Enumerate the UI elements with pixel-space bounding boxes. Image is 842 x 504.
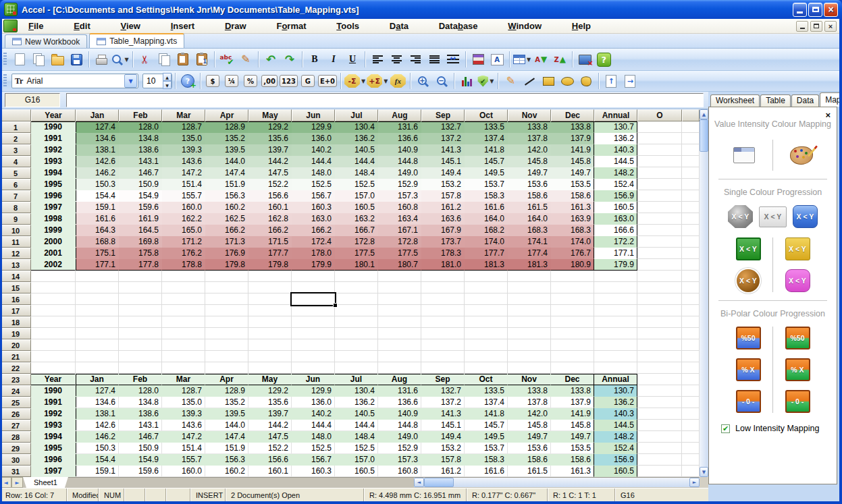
cell[interactable]: 177.1 <box>76 259 119 271</box>
cell[interactable]: 160.5 <box>335 466 378 477</box>
menu-edit[interactable]: Edit <box>70 20 95 32</box>
cell[interactable]: 176.7 <box>551 248 594 259</box>
cell[interactable]: 143.6 <box>162 420 205 431</box>
cell[interactable]: 136.6 <box>378 397 421 408</box>
workbook-tab-new-workbook[interactable]: New Workbook <box>5 34 87 48</box>
row-header[interactable]: 17 <box>0 305 31 316</box>
bipolar-button-orange-green[interactable]: %50 <box>785 327 810 349</box>
cell[interactable]: 167.1 <box>378 225 421 236</box>
cell[interactable] <box>594 305 637 316</box>
row-header[interactable]: 1 <box>0 121 31 133</box>
cell[interactable]: 156.3 <box>205 454 248 466</box>
cell[interactable] <box>551 293 594 305</box>
cell[interactable] <box>248 351 292 362</box>
cell[interactable]: 137.8 <box>508 133 551 144</box>
cell[interactable]: 163.2 <box>335 213 378 225</box>
cell[interactable]: 177.4 <box>508 248 551 259</box>
cell[interactable] <box>119 351 162 362</box>
cell-annual[interactable]: 152.4 <box>594 443 637 454</box>
cell[interactable] <box>378 351 421 362</box>
sort-ascending-button[interactable]: A▼ <box>532 51 550 68</box>
redo-button[interactable]: ↷ <box>281 51 298 68</box>
row-header[interactable]: 4 <box>0 156 31 167</box>
cell-year[interactable]: 1995 <box>31 179 76 190</box>
cell[interactable]: 136.6 <box>378 133 421 144</box>
cell[interactable]: 154.4 <box>76 454 119 466</box>
cell[interactable] <box>637 156 682 167</box>
cell[interactable]: 134.8 <box>119 133 162 144</box>
cell[interactable]: 145.1 <box>421 420 465 431</box>
cell[interactable] <box>637 351 682 362</box>
cell[interactable] <box>594 316 637 328</box>
fraction-format-button[interactable]: ¼ <box>223 72 240 90</box>
cell[interactable] <box>162 362 205 374</box>
cell[interactable]: 169.8 <box>119 236 162 248</box>
cell-year[interactable]: 2002 <box>31 259 76 271</box>
cell[interactable] <box>31 271 76 282</box>
underline-button[interactable]: U <box>344 51 361 68</box>
cell[interactable]: 134.6 <box>76 397 119 408</box>
row-header[interactable]: 27 <box>0 420 31 431</box>
cell[interactable] <box>292 271 335 282</box>
cell[interactable]: 152.5 <box>335 179 378 190</box>
cell[interactable]: 146.2 <box>76 167 119 179</box>
forward-document-button[interactable]: → <box>621 72 639 90</box>
cell[interactable] <box>421 316 465 328</box>
cell[interactable] <box>76 339 119 351</box>
column-header-year[interactable]: Year <box>31 109 76 121</box>
single-button-octagon-gray[interactable]: X < Y <box>728 205 753 228</box>
cell[interactable]: 145.7 <box>465 420 508 431</box>
cell[interactable] <box>594 328 637 339</box>
italic-button[interactable]: I <box>325 51 342 68</box>
cell-year[interactable]: 1993 <box>31 420 76 431</box>
align-left-button[interactable] <box>369 51 386 68</box>
cell[interactable]: 133.8 <box>508 385 551 397</box>
cell[interactable]: 139.7 <box>248 408 292 420</box>
cell[interactable]: 145.8 <box>551 156 594 167</box>
cell[interactable] <box>637 305 682 316</box>
spell-check-button[interactable]: abc✔ <box>218 51 236 68</box>
cell[interactable]: 172.4 <box>292 236 335 248</box>
menu-database[interactable]: Database <box>435 20 482 32</box>
cell[interactable]: 160.0 <box>162 466 205 477</box>
minimize-button[interactable] <box>793 3 807 17</box>
menu-help[interactable]: Help <box>568 20 595 32</box>
column-header-jan[interactable]: Jan <box>76 109 119 121</box>
cell[interactable]: 145.1 <box>421 156 465 167</box>
cell[interactable] <box>637 362 682 374</box>
cell[interactable]: 132.7 <box>421 121 465 133</box>
cell[interactable] <box>465 351 508 362</box>
cell[interactable] <box>508 339 551 351</box>
cell[interactable]: 163.4 <box>378 213 421 225</box>
align-center-button[interactable] <box>388 51 405 68</box>
cell[interactable]: 135.0 <box>162 133 205 144</box>
mdi-close-button[interactable]: × <box>824 21 837 32</box>
toolbar-grip[interactable] <box>3 74 7 88</box>
cell-annual[interactable]: 179.9 <box>594 259 637 271</box>
cell-reference-box[interactable]: G16 <box>5 93 60 107</box>
number-format-button[interactable]: 123 <box>280 72 298 90</box>
cell[interactable] <box>637 282 682 293</box>
cell[interactable]: 176.9 <box>205 248 248 259</box>
cell[interactable]: 157.0 <box>335 454 378 466</box>
cell[interactable]: 149.0 <box>378 431 421 443</box>
cell[interactable]: 161.5 <box>508 202 551 213</box>
maximize-button[interactable] <box>808 3 822 17</box>
cell[interactable] <box>119 328 162 339</box>
menu-insert[interactable]: Insert <box>167 20 199 32</box>
cell[interactable] <box>335 328 378 339</box>
cell[interactable] <box>378 271 421 282</box>
cell[interactable]: 135.6 <box>248 133 292 144</box>
row-header[interactable]: 13 <box>0 259 31 271</box>
cell-year[interactable]: 1998 <box>31 213 76 225</box>
cell[interactable]: 161.2 <box>421 202 465 213</box>
cell[interactable]: 128.9 <box>205 385 248 397</box>
single-button-yellow[interactable]: X < Y <box>785 237 810 260</box>
help-add-button[interactable]: ?+ <box>179 72 196 90</box>
draw-line-button[interactable] <box>521 72 538 90</box>
sum-plus-dropdown-icon[interactable]: ▼ <box>384 78 388 84</box>
cell[interactable] <box>248 293 292 305</box>
cell[interactable] <box>76 282 119 293</box>
single-button-blue[interactable]: X < Y <box>793 205 818 228</box>
cell[interactable] <box>682 133 700 144</box>
